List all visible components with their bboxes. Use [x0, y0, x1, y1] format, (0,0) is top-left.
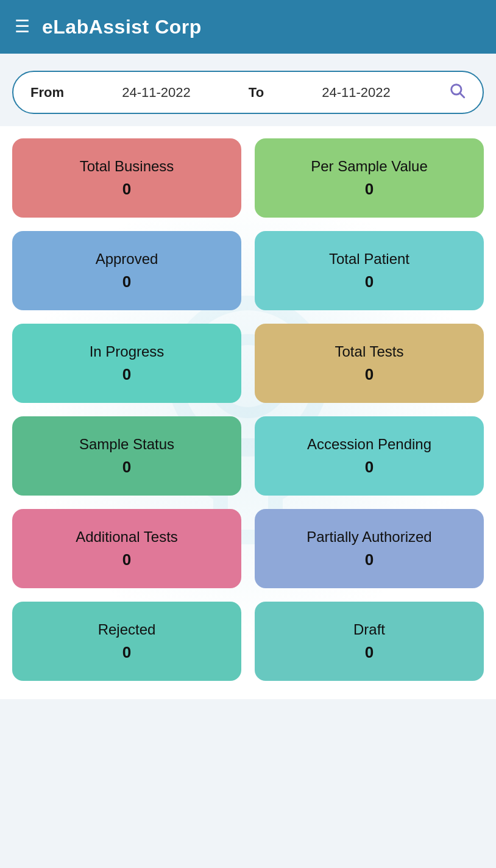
card-value-approved: 0	[122, 272, 131, 291]
card-label-partially-authorized: Partially Authorized	[306, 528, 431, 546]
card-value-sample-status: 0	[122, 458, 131, 477]
card-partially-authorized[interactable]: Partially Authorized0	[255, 509, 484, 588]
card-sample-status[interactable]: Sample Status0	[12, 416, 241, 496]
date-filter-bar: From 24-11-2022 To 24-11-2022	[12, 71, 484, 114]
card-label-additional-tests: Additional Tests	[76, 528, 178, 546]
card-in-progress[interactable]: In Progress0	[12, 324, 241, 403]
card-value-total-tests: 0	[365, 365, 374, 384]
app-title: eLabAssist Corp	[42, 16, 202, 38]
card-total-patient[interactable]: Total Patient0	[255, 231, 484, 310]
card-value-draft: 0	[365, 643, 374, 662]
card-value-additional-tests: 0	[122, 550, 131, 569]
card-label-rejected: Rejected	[98, 621, 156, 638]
card-label-total-tests: Total Tests	[335, 343, 404, 360]
card-rejected[interactable]: Rejected0	[12, 602, 241, 681]
from-label: From	[30, 85, 64, 101]
card-value-rejected: 0	[122, 643, 131, 662]
card-label-sample-status: Sample Status	[79, 436, 174, 453]
card-label-total-patient: Total Patient	[329, 251, 409, 268]
card-label-in-progress: In Progress	[90, 343, 165, 360]
search-button[interactable]	[448, 82, 466, 103]
card-total-business[interactable]: Total Business0	[12, 138, 241, 218]
card-value-total-business: 0	[122, 180, 131, 199]
card-label-draft: Draft	[353, 621, 385, 638]
card-value-partially-authorized: 0	[365, 550, 374, 569]
card-total-tests[interactable]: Total Tests0	[255, 324, 484, 403]
from-date[interactable]: 24-11-2022	[122, 85, 191, 101]
card-label-approved: Approved	[96, 251, 158, 268]
card-draft[interactable]: Draft0	[255, 602, 484, 681]
hamburger-icon[interactable]: ☰	[15, 18, 30, 35]
card-additional-tests[interactable]: Additional Tests0	[12, 509, 241, 588]
to-date[interactable]: 24-11-2022	[322, 85, 391, 101]
svg-line-1	[460, 93, 464, 97]
card-value-per-sample-value: 0	[365, 180, 374, 199]
card-accession-pending[interactable]: Accession Pending0	[255, 416, 484, 496]
card-approved[interactable]: Approved0	[12, 231, 241, 310]
main-content: Total Business0Per Sample Value0Approved…	[0, 126, 496, 699]
card-label-total-business: Total Business	[80, 158, 174, 175]
to-label: To	[249, 85, 264, 101]
card-value-accession-pending: 0	[365, 458, 374, 477]
cards-grid: Total Business0Per Sample Value0Approved…	[12, 138, 484, 681]
card-value-total-patient: 0	[365, 272, 374, 291]
card-per-sample-value[interactable]: Per Sample Value0	[255, 138, 484, 218]
app-header: ☰ eLabAssist Corp	[0, 0, 496, 54]
card-value-in-progress: 0	[122, 365, 131, 384]
card-label-accession-pending: Accession Pending	[307, 436, 431, 453]
card-label-per-sample-value: Per Sample Value	[311, 158, 428, 175]
